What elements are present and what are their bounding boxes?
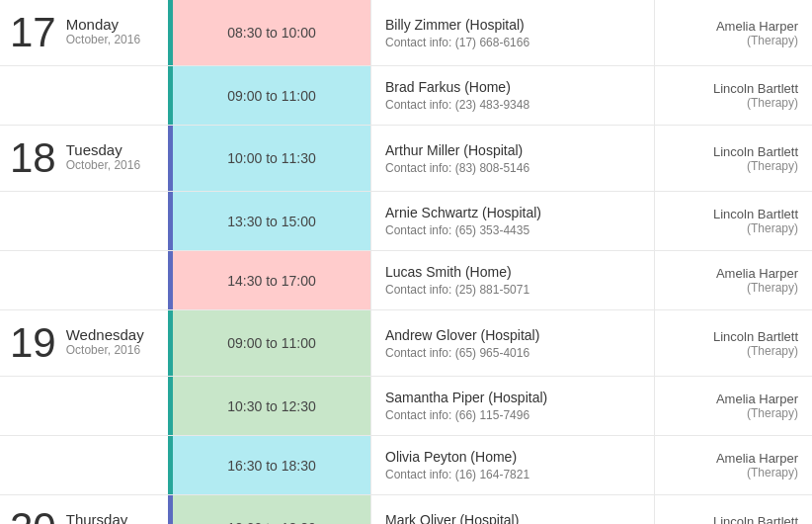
therapist-info: Amelia Harper (Therapy) [654, 436, 812, 494]
therapist-name: Lincoln Bartlett [669, 144, 798, 159]
therapist-name: Amelia Harper [669, 392, 798, 406]
day-name: Monday [66, 16, 140, 33]
month-year: October, 2016 [66, 343, 144, 357]
event-row[interactable]: 16:30 to 18:30 Olivia Peyton (Home) Cont… [0, 436, 812, 495]
day-info: Monday October, 2016 [66, 12, 140, 46]
therapist-name: Lincoln Bartlett [669, 329, 798, 344]
day-number: 18 [10, 137, 56, 179]
date-col: 17 Monday October, 2016 [0, 0, 168, 65]
date-col: 20 Thursday October, 2016 [0, 495, 168, 524]
client-name: Mark Oliver (Hospital) [385, 512, 640, 525]
event-row[interactable]: 18 Tuesday October, 2016 10:00 to 11:30 … [0, 126, 812, 192]
event-row[interactable]: 09:00 to 11:00 Brad Farkus (Home) Contac… [0, 66, 812, 126]
client-name: Andrew Glover (Hospital) [385, 327, 640, 343]
event-detail: Mark Oliver (Hospital) Contact info: (46… [370, 495, 654, 524]
day-info: Tuesday October, 2016 [66, 137, 140, 172]
therapist-info: Lincoln Bartlett (Therapy) [654, 66, 812, 125]
time-slot: 10:00 to 11:30 [173, 126, 370, 191]
calendar: 17 Monday October, 2016 08:30 to 10:00 B… [0, 0, 812, 524]
day-number: 17 [10, 12, 56, 53]
date-col [0, 192, 168, 250]
time-slot: 16:30 to 18:30 [173, 436, 370, 494]
therapist-name: Amelia Harper [669, 19, 798, 34]
time-slot: 12:00 to 13:30 [173, 495, 370, 524]
date-col [0, 436, 168, 494]
therapist-info: Lincoln Bartlett (Therapy) [654, 126, 812, 191]
event-row[interactable]: 14:30 to 17:00 Lucas Smith (Home) Contac… [0, 251, 812, 310]
therapist-name: Lincoln Bartlett [669, 514, 798, 525]
day-number: 19 [10, 322, 56, 364]
date-col [0, 377, 168, 435]
client-name: Brad Farkus (Home) [385, 79, 640, 95]
event-row[interactable]: 20 Thursday October, 2016 12:00 to 13:30… [0, 495, 812, 524]
event-detail: Billy Zimmer (Hospital) Contact info: (1… [370, 0, 654, 65]
contact-info: Contact info: (16) 164-7821 [385, 468, 640, 481]
date-col: 18 Tuesday October, 2016 [0, 126, 168, 191]
therapist-role: (Therapy) [669, 34, 798, 47]
therapist-name: Lincoln Bartlett [669, 207, 798, 221]
date-col: 19 Wednesday October, 2016 [0, 310, 168, 376]
therapist-role: (Therapy) [669, 466, 798, 480]
therapist-role: (Therapy) [669, 159, 798, 173]
date-col [0, 66, 168, 125]
therapist-info: Amelia Harper (Therapy) [654, 0, 812, 65]
time-slot: 08:30 to 10:00 [173, 0, 370, 65]
event-row[interactable]: 13:30 to 15:00 Arnie Schwartz (Hospital)… [0, 192, 812, 251]
therapist-info: Amelia Harper (Therapy) [654, 377, 812, 435]
therapist-role: (Therapy) [669, 281, 798, 295]
day-name: Thursday [66, 511, 140, 524]
time-slot: 10:30 to 12:30 [173, 377, 370, 435]
client-name: Arnie Schwartz (Hospital) [385, 205, 640, 220]
day-number: 20 [10, 507, 56, 524]
therapist-role: (Therapy) [669, 96, 798, 110]
therapist-name: Amelia Harper [669, 451, 798, 466]
therapist-info: Lincoln Bartlett (Therapy) [654, 192, 812, 250]
event-detail: Lucas Smith (Home) Contact info: (25) 88… [370, 251, 654, 309]
event-detail: Andrew Glover (Hospital) Contact info: (… [370, 310, 654, 376]
contact-info: Contact info: (65) 965-4016 [385, 346, 640, 360]
month-year: October, 2016 [66, 33, 140, 46]
client-name: Samantha Piper (Hospital) [385, 390, 640, 405]
event-detail: Arthur Miller (Hospital) Contact info: (… [370, 126, 654, 191]
therapist-role: (Therapy) [669, 221, 798, 235]
time-slot: 09:00 to 11:00 [173, 66, 370, 125]
event-detail: Brad Farkus (Home) Contact info: (23) 48… [370, 66, 654, 125]
contact-info: Contact info: (83) 808-5146 [385, 161, 640, 175]
date-col [0, 251, 168, 309]
therapist-name: Lincoln Bartlett [669, 81, 798, 96]
client-name: Billy Zimmer (Hospital) [385, 17, 640, 33]
time-slot: 09:00 to 11:00 [173, 310, 370, 376]
contact-info: Contact info: (66) 115-7496 [385, 408, 640, 422]
day-info: Thursday October, 2016 [66, 507, 140, 524]
contact-info: Contact info: (17) 668-6166 [385, 36, 640, 49]
day-info: Wednesday October, 2016 [66, 322, 144, 357]
event-detail: Samantha Piper (Hospital) Contact info: … [370, 377, 654, 435]
therapist-role: (Therapy) [669, 344, 798, 358]
client-name: Olivia Peyton (Home) [385, 449, 640, 465]
time-slot: 14:30 to 17:00 [173, 251, 370, 309]
event-row[interactable]: 17 Monday October, 2016 08:30 to 10:00 B… [0, 0, 812, 66]
event-row[interactable]: 10:30 to 12:30 Samantha Piper (Hospital)… [0, 377, 812, 436]
client-name: Arthur Miller (Hospital) [385, 142, 640, 158]
contact-info: Contact info: (25) 881-5071 [385, 283, 640, 297]
event-detail: Arnie Schwartz (Hospital) Contact info: … [370, 192, 654, 250]
therapist-name: Amelia Harper [669, 266, 798, 281]
therapist-info: Lincoln Bartlett (Therapy) [654, 310, 812, 376]
therapist-info: Amelia Harper (Therapy) [654, 251, 812, 309]
event-row[interactable]: 19 Wednesday October, 2016 09:00 to 11:0… [0, 310, 812, 377]
day-name: Wednesday [66, 326, 144, 343]
therapist-role: (Therapy) [669, 406, 798, 420]
client-name: Lucas Smith (Home) [385, 264, 640, 280]
event-detail: Olivia Peyton (Home) Contact info: (16) … [370, 436, 654, 494]
therapist-info: Lincoln Bartlett (Therapy) [654, 495, 812, 524]
time-slot: 13:30 to 15:00 [173, 192, 370, 250]
contact-info: Contact info: (23) 483-9348 [385, 98, 640, 112]
contact-info: Contact info: (65) 353-4435 [385, 223, 640, 237]
day-name: Tuesday [66, 141, 140, 158]
month-year: October, 2016 [66, 158, 140, 172]
